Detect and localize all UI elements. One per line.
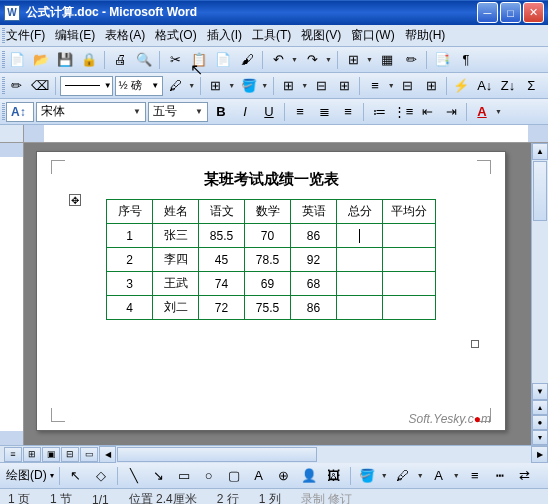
sort-asc-button[interactable]: A↓ [474, 75, 495, 97]
menu-view[interactable]: 视图(V) [301, 27, 341, 44]
horizontal-scrollbar[interactable]: ◀ ▶ [99, 446, 548, 463]
header-chinese[interactable]: 语文 [199, 200, 245, 224]
border-color-button[interactable]: 🖊 [165, 75, 186, 97]
scroll-left-button[interactable]: ◀ [99, 446, 116, 463]
web-view-button[interactable]: ⊞ [23, 447, 41, 462]
table-button[interactable]: ⊞ [342, 49, 364, 71]
outline-view-button[interactable]: ⊟ [61, 447, 79, 462]
open-button[interactable]: 📂 [30, 49, 52, 71]
line-style-button[interactable]: ≡ [464, 465, 486, 487]
borders-button[interactable]: ⊞ [205, 75, 226, 97]
horizontal-ruler[interactable] [0, 125, 548, 143]
maximize-button[interactable]: □ [500, 2, 521, 23]
reading-view-button[interactable]: ▭ [80, 447, 98, 462]
format-painter-button[interactable]: 🖌 [236, 49, 258, 71]
wordart-button[interactable]: A [248, 465, 270, 487]
copy-button[interactable]: 📋 [188, 49, 210, 71]
doc-map-button[interactable]: 📑 [431, 49, 453, 71]
table-resize-handle[interactable] [471, 340, 479, 348]
shading-button[interactable]: 🪣 [238, 75, 259, 97]
permission-button[interactable]: 🔒 [78, 49, 100, 71]
grades-table[interactable]: 序号 姓名 语文 数学 英语 总分 平均分 1张三85.57086 2李四457… [106, 199, 436, 320]
scroll-thumb[interactable] [533, 161, 547, 221]
header-total[interactable]: 总分 [337, 200, 383, 224]
undo-button[interactable]: ↶ [267, 49, 289, 71]
line-style-select[interactable]: ▼ [60, 76, 113, 96]
print-view-button[interactable]: ▣ [42, 447, 60, 462]
scroll-down-button[interactable]: ▼ [532, 383, 548, 400]
fill-color-button[interactable]: 🪣 [356, 465, 378, 487]
distribute-cols-button[interactable]: ⊞ [421, 75, 442, 97]
scroll-up-button[interactable]: ▲ [532, 143, 548, 160]
drawing-button[interactable]: ✏ [400, 49, 422, 71]
align-left-button[interactable]: ≡ [289, 101, 311, 123]
line-color-button[interactable]: 🖊 [392, 465, 414, 487]
next-page-button[interactable]: ▾ [532, 430, 548, 445]
document-title[interactable]: 某班考试成绩一览表 [65, 170, 477, 189]
oval-button[interactable]: ○ [198, 465, 220, 487]
scroll-right-button[interactable]: ▶ [531, 446, 548, 463]
header-math[interactable]: 数学 [245, 200, 291, 224]
menu-format[interactable]: 格式(O) [155, 27, 196, 44]
cut-button[interactable]: ✂ [164, 49, 186, 71]
vertical-scrollbar[interactable]: ▲ ▼ ▴ ● ▾ [531, 143, 548, 445]
align-center-button[interactable]: ≣ [313, 101, 335, 123]
font-select[interactable]: 宋体▼ [36, 102, 146, 122]
hscroll-thumb[interactable] [117, 447, 317, 462]
menu-window[interactable]: 窗口(W) [351, 27, 394, 44]
draw-table-button[interactable]: ✏ [6, 75, 27, 97]
line-button[interactable]: ╲ [123, 465, 145, 487]
autoshapes-button[interactable]: ◇ [90, 465, 112, 487]
size-select[interactable]: 五号▼ [148, 102, 208, 122]
arrow-style-button[interactable]: ⇄ [514, 465, 536, 487]
align-right-button[interactable]: ≡ [337, 101, 359, 123]
insert-table-button[interactable]: ⊞ [278, 75, 299, 97]
distribute-rows-button[interactable]: ⊟ [397, 75, 418, 97]
normal-view-button[interactable]: ≡ [4, 447, 22, 462]
increase-indent-button[interactable]: ⇥ [440, 101, 462, 123]
select-objects-button[interactable]: ↖ [65, 465, 87, 487]
header-num[interactable]: 序号 [107, 200, 153, 224]
close-button[interactable]: ✕ [523, 2, 544, 23]
bullets-button[interactable]: ⋮≡ [392, 101, 414, 123]
menu-tools[interactable]: 工具(T) [252, 27, 291, 44]
save-button[interactable]: 💾 [54, 49, 76, 71]
underline-button[interactable]: U [258, 101, 280, 123]
textbox-button[interactable]: ▢ [223, 465, 245, 487]
columns-button[interactable]: ▦ [376, 49, 398, 71]
decrease-indent-button[interactable]: ⇤ [416, 101, 438, 123]
document-page[interactable]: ✥ 某班考试成绩一览表 序号 姓名 语文 数学 英语 总分 平均分 1张三85.… [36, 151, 506, 431]
italic-button[interactable]: I [234, 101, 256, 123]
menu-help[interactable]: 帮助(H) [405, 27, 446, 44]
draw-menu[interactable]: 绘图(D) [6, 467, 47, 484]
menu-table[interactable]: 表格(A) [105, 27, 145, 44]
cursor-cell[interactable] [337, 224, 383, 248]
select-browse-button[interactable]: ● [532, 415, 548, 430]
autoformat-button[interactable]: ⚡ [451, 75, 472, 97]
merge-cells-button[interactable]: ⊟ [311, 75, 332, 97]
new-doc-button[interactable]: 📄 [6, 49, 28, 71]
vertical-ruler[interactable] [0, 143, 24, 445]
numbering-button[interactable]: ≔ [368, 101, 390, 123]
diagram-button[interactable]: ⊕ [273, 465, 295, 487]
autosum-button[interactable]: Σ [521, 75, 542, 97]
dash-style-button[interactable]: ┅ [489, 465, 511, 487]
show-marks-button[interactable]: ¶ [455, 49, 477, 71]
header-english[interactable]: 英语 [291, 200, 337, 224]
menu-edit[interactable]: 编辑(E) [55, 27, 95, 44]
prev-page-button[interactable]: ▴ [532, 400, 548, 415]
minimize-button[interactable]: ─ [477, 2, 498, 23]
menu-file[interactable]: 文件(F) [6, 27, 45, 44]
picture-button[interactable]: 🖼 [323, 465, 345, 487]
redo-button[interactable]: ↷ [301, 49, 323, 71]
font-color-draw-button[interactable]: A [428, 465, 450, 487]
eraser-button[interactable]: ⌫ [29, 75, 50, 97]
align-button[interactable]: ≡ [364, 75, 385, 97]
style-select[interactable]: A↕ [6, 102, 34, 122]
header-name[interactable]: 姓名 [153, 200, 199, 224]
sort-desc-button[interactable]: Z↓ [497, 75, 518, 97]
paste-button[interactable]: 📄 [212, 49, 234, 71]
clipart-button[interactable]: 👤 [298, 465, 320, 487]
menu-insert[interactable]: 插入(I) [207, 27, 242, 44]
print-button[interactable]: 🖨 [109, 49, 131, 71]
